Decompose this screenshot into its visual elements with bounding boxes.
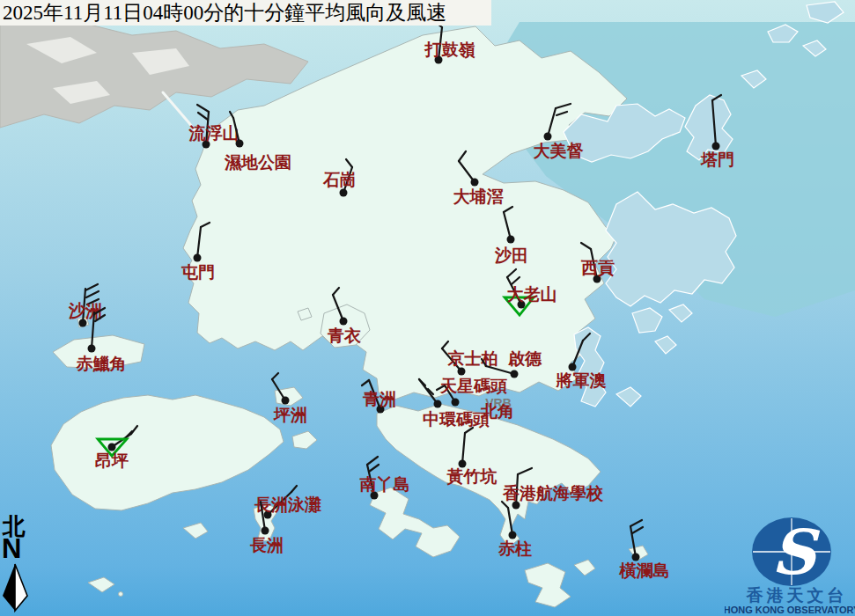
station-label: 西貢 — [580, 258, 615, 277]
station-dot — [194, 254, 202, 262]
station-label: 中環碼頭 — [423, 409, 490, 429]
station-label: 濕地公園 — [224, 152, 291, 172]
station-label: 沙田 — [494, 246, 528, 265]
station-label: 赤柱 — [498, 539, 532, 558]
station-dot — [511, 370, 519, 378]
station-label: 昂坪 — [95, 451, 129, 470]
logo-name-en: HONG KONG OBSERVATORY — [725, 605, 855, 615]
station-dot — [236, 140, 244, 148]
station-label: 沙洲 — [68, 301, 102, 320]
observatory-logo: S 香港天文台 HONG KONG OBSERVATORY — [725, 510, 855, 616]
station-label: 青洲 — [362, 389, 396, 408]
station-label: 啟德 — [507, 348, 542, 368]
station-label: 南丫島 — [359, 474, 410, 494]
station-dot — [434, 400, 442, 408]
station-dot — [262, 527, 269, 535]
wind-map-screen: 打鼓嶺流浮山濕地公園石崗大美督塔門大埔滘沙田屯門西貢沙洲大老山赤鱲角青衣京士柏啟… — [0, 0, 855, 616]
station-dot — [340, 318, 348, 326]
station-label: 黃竹坑 — [446, 466, 498, 486]
station-dot — [471, 179, 479, 187]
station-label: 大老山 — [507, 284, 557, 304]
station-label: 天星碼頭 — [439, 376, 507, 395]
station-label: 大埔滘 — [453, 187, 504, 206]
station-label: 青衣 — [327, 326, 362, 345]
station-label: 長洲泳灘 — [254, 495, 321, 514]
station-dot — [544, 133, 552, 141]
station-label: 赤鱲角 — [76, 354, 127, 373]
station-dot — [452, 399, 460, 407]
station-label: 京士柏 — [447, 348, 498, 368]
station-label: 橫瀾島 — [619, 561, 670, 580]
islet — [119, 592, 123, 597]
north-indicator: 北 N — [0, 514, 39, 616]
station-label: 香港航海學校 — [502, 483, 604, 502]
station-label: 將軍澳 — [556, 370, 607, 390]
observatory-logo-icon: S 香港天文台 HONG KONG OBSERVATORY — [725, 510, 855, 616]
map-title: 2025年11月11日04時00分的十分鐘平均風向及風速 — [0, 0, 491, 26]
logo-name-zh: 香港天文台 — [746, 585, 848, 605]
station-dot — [458, 368, 466, 376]
station-label: 塔門 — [700, 150, 734, 169]
station-label: 長洲 — [249, 535, 284, 554]
station-dot — [507, 236, 515, 244]
station-dot — [340, 189, 348, 197]
station-label: 屯門 — [181, 262, 215, 282]
station-dot — [282, 397, 290, 405]
station-label: 大美督 — [534, 141, 584, 160]
north-arrow-icon — [0, 514, 39, 616]
station-label: 坪洲 — [273, 405, 307, 424]
station-label: 打鼓嶺 — [424, 40, 475, 59]
station-label: 石崗 — [322, 170, 357, 189]
station-label: 流浮山 — [188, 123, 240, 143]
station-dot — [88, 345, 96, 353]
logo-s-glyph: S — [771, 516, 821, 589]
